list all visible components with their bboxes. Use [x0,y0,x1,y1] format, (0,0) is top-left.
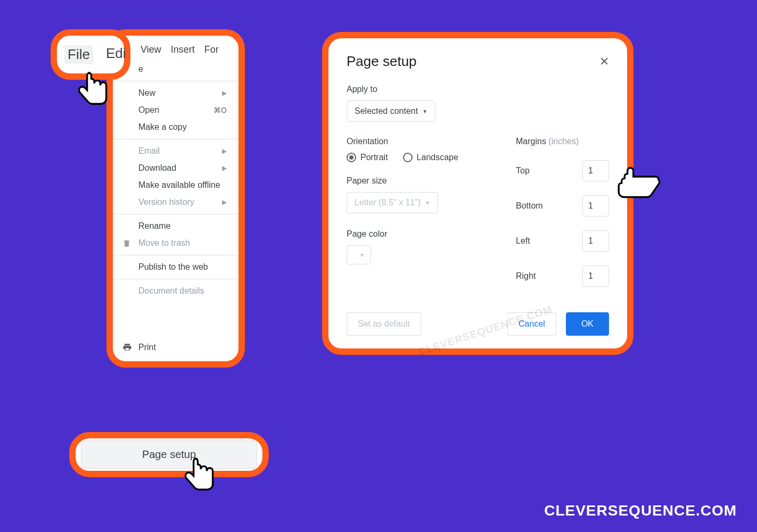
file-item-offline[interactable]: Make available offline [113,177,238,194]
apply-to-value: Selected content [355,106,418,116]
apply-to-label: Apply to [347,85,609,94]
new-label: New [138,88,155,98]
margin-bottom-input[interactable] [582,195,609,217]
margin-top-input[interactable] [582,160,609,181]
submenu-arrow-icon: ▶ [222,198,227,206]
margins-label: Margins (inches) [516,137,609,146]
submenu-arrow-icon: ▶ [222,147,227,155]
version-history-label: Version history [138,197,194,207]
print-icon [122,343,132,352]
file-item-page-setup[interactable]: Page setup [81,440,257,469]
margin-right-input[interactable] [582,265,609,287]
menubar-highlight: File Edi [51,29,130,80]
print-label: Print [138,343,156,352]
file-item-doc-details[interactable]: Document details [113,282,238,300]
file-item-move-trash[interactable]: Move to trash [113,235,238,252]
download-label: Download [138,163,176,173]
spacer [113,300,238,339]
radio-unchecked-icon [403,153,413,162]
cancel-button[interactable]: Cancel [507,312,556,336]
paper-size-dropdown[interactable]: Letter (8.5" x 11") ▼ [347,192,438,213]
menu-view[interactable]: View [141,44,161,55]
close-icon[interactable]: ✕ [599,55,609,69]
caret-down-icon: ▼ [425,200,430,206]
file-item-print[interactable]: Print [113,339,238,356]
brand-footer: CLEVERSEQUENCE.COM [544,502,737,519]
ok-button[interactable]: OK [566,312,609,336]
separator [113,279,238,279]
page-color-dropdown[interactable]: ▼ [347,245,371,264]
separator [113,255,238,255]
file-item-new[interactable]: New ▶ [113,85,238,102]
file-item-open[interactable]: Open ⌘O [113,102,238,119]
apply-to-dropdown[interactable]: Selected content ▼ [347,101,435,122]
menu-edit[interactable]: Edi [106,45,126,64]
menu-insert[interactable]: Insert [171,44,195,55]
email-label: Email [138,146,160,156]
set-default-button[interactable]: Set as default [347,312,421,336]
truncated-label: e [138,64,143,74]
open-shortcut: ⌘O [213,106,227,114]
file-item-publish[interactable]: Publish to the web [113,259,238,276]
portrait-label: Portrait [360,153,388,162]
page-color-label: Page color [347,229,500,239]
submenu-arrow-icon: ▶ [222,164,227,172]
file-item-truncated: e [113,61,238,78]
move-trash-label: Move to trash [138,238,190,248]
offline-label: Make available offline [138,180,220,190]
make-copy-label: Make a copy [138,122,187,132]
margin-left-input[interactable] [582,230,609,252]
menu-format[interactable]: For [204,44,219,55]
margin-top-label: Top [516,166,530,176]
margins-unit: (inches) [548,137,579,146]
menu-file[interactable]: File [64,45,93,64]
radio-checked-icon [347,153,356,162]
caret-down-icon: ▼ [422,109,427,114]
orientation-portrait[interactable]: Portrait [347,153,388,162]
file-item-make-copy[interactable]: Make a copy [113,119,238,136]
rename-label: Rename [138,221,170,231]
separator [113,81,238,81]
orientation-landscape[interactable]: Landscape [403,153,458,162]
caret-down-icon: ▼ [359,252,365,258]
margin-right-label: Right [516,271,536,281]
file-menu-panel: View Insert For e New ▶ Open ⌘O Make a c… [106,29,245,368]
orientation-label: Orientation [347,137,500,146]
doc-details-label: Document details [138,286,204,296]
menubar-row: View Insert For [113,41,238,61]
file-item-rename[interactable]: Rename [113,218,238,235]
margin-bottom-label: Bottom [516,201,543,211]
landscape-label: Landscape [417,153,458,162]
paper-size-value: Letter (8.5" x 11") [355,198,421,207]
publish-label: Publish to the web [138,262,208,272]
paper-size-label: Paper size [347,176,500,186]
file-item-download[interactable]: Download ▶ [113,160,238,177]
dialog-title: Page setup [347,53,417,70]
file-item-version-history[interactable]: Version history ▶ [113,194,238,211]
page-setup-highlight: Page setup [69,432,269,477]
file-item-email[interactable]: Email ▶ [113,143,238,160]
submenu-arrow-icon: ▶ [222,89,227,97]
open-label: Open [138,105,159,115]
trash-icon [122,239,131,247]
margin-left-label: Left [516,236,530,246]
separator [113,214,238,214]
separator [113,139,238,139]
margins-text: Margins [516,137,546,146]
page-setup-dialog: Page setup ✕ Apply to Selected content ▼… [322,32,633,355]
